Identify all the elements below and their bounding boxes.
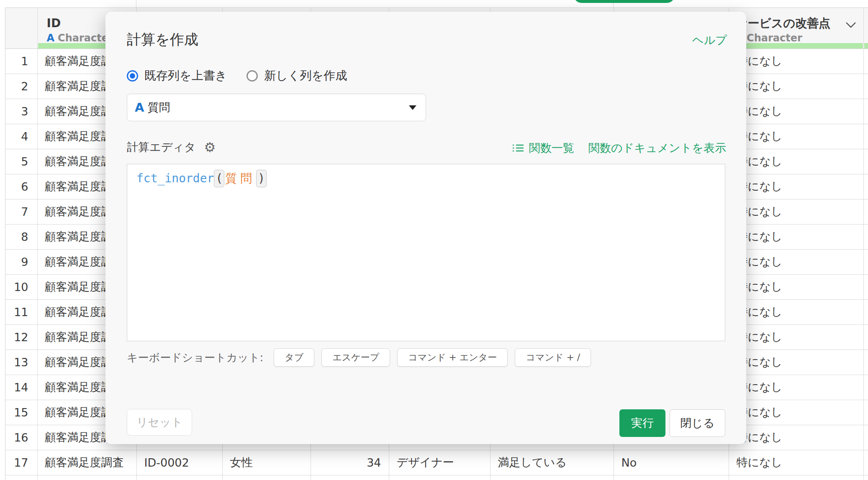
cell[interactable]: 特になし <box>729 274 863 299</box>
cell[interactable] <box>863 299 868 324</box>
cell[interactable] <box>863 425 868 450</box>
cell[interactable] <box>863 450 868 475</box>
close-button[interactable]: 閉じる <box>670 409 725 437</box>
column-green-bar <box>864 43 868 49</box>
cell[interactable] <box>614 475 729 480</box>
cell[interactable]: 満足している <box>490 450 614 475</box>
dialog-title: 計算を作成 <box>127 30 198 49</box>
code-line: fct_inorder(質問) <box>136 170 725 187</box>
row-number-cell <box>5 475 37 480</box>
row-number-cell: 7 <box>5 199 37 224</box>
cell[interactable]: 特になし <box>729 199 863 224</box>
run-button[interactable]: 実行 <box>619 409 665 437</box>
radio-group: 既存列を上書き新しく列を作成 <box>127 68 347 84</box>
cell[interactable] <box>863 124 868 149</box>
column-header[interactable] <box>863 8 868 49</box>
table-row <box>5 475 868 480</box>
cell[interactable]: 34 <box>311 450 389 475</box>
help-link[interactable]: ヘルプ <box>692 33 727 48</box>
cell[interactable]: 特になし <box>729 375 863 400</box>
cell[interactable]: 特になし <box>729 224 863 249</box>
cell[interactable] <box>136 475 222 480</box>
cell[interactable] <box>863 350 868 375</box>
cell[interactable] <box>863 174 868 199</box>
cell[interactable] <box>863 149 868 174</box>
row-number-cell: 1 <box>5 49 37 74</box>
cell[interactable]: No <box>614 450 729 475</box>
cell[interactable]: 特になし <box>729 174 863 199</box>
radio-label: 新しく列を作成 <box>264 68 347 84</box>
column-type-icon: A <box>47 32 55 44</box>
open-paren: ( <box>214 170 224 187</box>
app-window: IDACharacterサービスの改善点ACharacter 1顧客満足度調査特… <box>0 0 868 480</box>
row-number-cell: 16 <box>5 425 37 450</box>
cell[interactable] <box>863 99 868 124</box>
row-number-cell: 5 <box>5 149 37 174</box>
cell[interactable]: ID-0002 <box>136 450 222 475</box>
calculation-editor[interactable]: fct_inorder(質問) <box>127 164 725 341</box>
column-green-bar <box>729 43 863 49</box>
cell[interactable] <box>863 274 868 299</box>
column-select-value: 質問 <box>147 100 170 115</box>
cell[interactable]: 顧客満足度調査 <box>37 450 136 475</box>
keycap: エスケープ <box>321 348 390 367</box>
cell[interactable] <box>863 324 868 350</box>
chevron-down-icon[interactable] <box>845 21 857 31</box>
cell[interactable]: 特になし <box>729 74 863 99</box>
cell[interactable]: 特になし <box>729 99 863 124</box>
code-function: fct_inorder <box>136 171 214 185</box>
top-green-button[interactable] <box>574 0 675 3</box>
keyboard-shortcuts: キーボードショートカット: タブエスケープコマンド + エンターコマンド + / <box>127 348 591 367</box>
create-calculation-dialog: 計算を作成 ヘルプ 既存列を上書き新しく列を作成 A 質問 計算エディタ ⚙ 関… <box>105 12 746 444</box>
cell[interactable] <box>729 475 863 480</box>
row-number-cell: 9 <box>5 249 37 274</box>
column-select[interactable]: A 質問 <box>127 94 426 121</box>
row-number-cell: 12 <box>5 324 37 350</box>
column-name: サービスの改善点 <box>729 8 863 30</box>
radio-create-new[interactable]: 新しく列を作成 <box>247 68 347 84</box>
row-number-cell: 17 <box>5 450 37 475</box>
cell[interactable] <box>389 475 490 480</box>
cell[interactable]: 特になし <box>729 299 863 324</box>
cell[interactable] <box>490 475 614 480</box>
shortcuts-label: キーボードショートカット: <box>127 350 263 365</box>
keycap: タブ <box>274 348 314 367</box>
cell[interactable]: 特になし <box>729 324 863 350</box>
editor-section-label: 計算エディタ <box>127 140 196 155</box>
cell[interactable] <box>311 475 389 480</box>
cell[interactable] <box>863 249 868 274</box>
cell[interactable] <box>863 224 868 249</box>
gear-icon[interactable]: ⚙ <box>204 141 216 154</box>
cell[interactable]: 特になし <box>729 249 863 274</box>
cell[interactable]: 女性 <box>222 450 311 475</box>
column-header-サービスの改善点[interactable]: サービスの改善点ACharacter <box>729 8 863 49</box>
radio-overwrite-existing[interactable]: 既存列を上書き <box>127 68 227 84</box>
cell[interactable] <box>37 475 136 480</box>
cell[interactable] <box>863 49 868 74</box>
cell[interactable]: 特になし <box>729 450 863 475</box>
cell[interactable]: 特になし <box>729 425 863 450</box>
column-border-fragment <box>136 0 136 8</box>
radio-label: 既存列を上書き <box>144 68 227 84</box>
table-row: 17顧客満足度調査ID-0002女性34デザイナー満足しているNo特になし <box>5 450 868 475</box>
function-list-link[interactable]: 関数一覧 <box>512 140 574 156</box>
editor-links: 関数一覧 関数のドキュメントを表示 <box>512 140 726 156</box>
reset-button[interactable]: リセット <box>127 409 192 436</box>
cell[interactable]: デザイナー <box>389 450 490 475</box>
cell[interactable] <box>863 375 868 400</box>
cell[interactable] <box>863 400 868 425</box>
cell[interactable] <box>863 74 868 99</box>
cell[interactable]: 特になし <box>729 49 863 74</box>
row-number-cell: 15 <box>5 400 37 425</box>
cell[interactable]: 特になし <box>729 400 863 425</box>
cell[interactable] <box>222 475 311 480</box>
close-paren: ) <box>256 170 267 187</box>
radio-icon <box>247 70 258 82</box>
cell[interactable]: 特になし <box>729 124 863 149</box>
cell[interactable] <box>863 199 868 224</box>
function-docs-link[interactable]: 関数のドキュメントを表示 <box>588 140 726 156</box>
cell[interactable] <box>863 475 868 480</box>
cell[interactable]: 特になし <box>729 350 863 375</box>
code-argument: 質問 <box>224 171 256 185</box>
cell[interactable]: 特になし <box>729 149 863 174</box>
